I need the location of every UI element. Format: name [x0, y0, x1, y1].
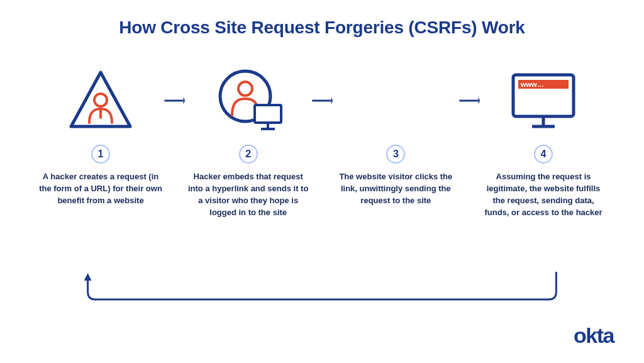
arrow-2-to-3-icon — [311, 63, 333, 138]
hacker-triangle-icon — [66, 63, 135, 138]
website-monitor-icon: www… — [506, 63, 581, 138]
svg-point-1 — [94, 94, 107, 106]
step-number-1: 1 — [91, 145, 110, 164]
arrow-1-to-2-icon — [164, 63, 186, 138]
svg-rect-7 — [255, 105, 281, 123]
step-number-2: 2 — [239, 145, 258, 164]
step-text-1: A hacker creates a request (in the form … — [38, 171, 164, 207]
arrow-3-to-4-icon — [458, 63, 480, 138]
step-3: 3 The website visitor clicks the link, u… — [333, 63, 458, 207]
visitor-computer-icon — [211, 63, 286, 138]
svg-point-6 — [238, 82, 252, 96]
svg-marker-19 — [84, 273, 92, 281]
brand-logo: okta — [574, 323, 614, 348]
step-4: www… 4 Assuming the request is legitimat… — [480, 63, 606, 218]
flow-row: 1 A hacker creates a request (in the for… — [38, 63, 606, 218]
step-2: 2 Hacker embeds that request into a hype… — [186, 63, 311, 218]
step-number-4: 4 — [534, 145, 553, 164]
step-number-3: 3 — [386, 145, 405, 164]
step-1: 1 A hacker creates a request (in the for… — [38, 63, 164, 207]
step-text-3: The website visitor clicks the link, unw… — [333, 171, 458, 207]
step-text-2: Hacker embeds that request into a hyperl… — [186, 171, 311, 218]
step-text-4: Assuming the request is legitimate, the … — [480, 171, 606, 218]
svg-text:www…: www… — [520, 81, 544, 88]
feedback-arrow-icon — [75, 272, 569, 307]
diagram-title: How Cross Site Request Forgeries (CSRFs)… — [0, 18, 644, 38]
spacer-icon — [396, 63, 396, 138]
